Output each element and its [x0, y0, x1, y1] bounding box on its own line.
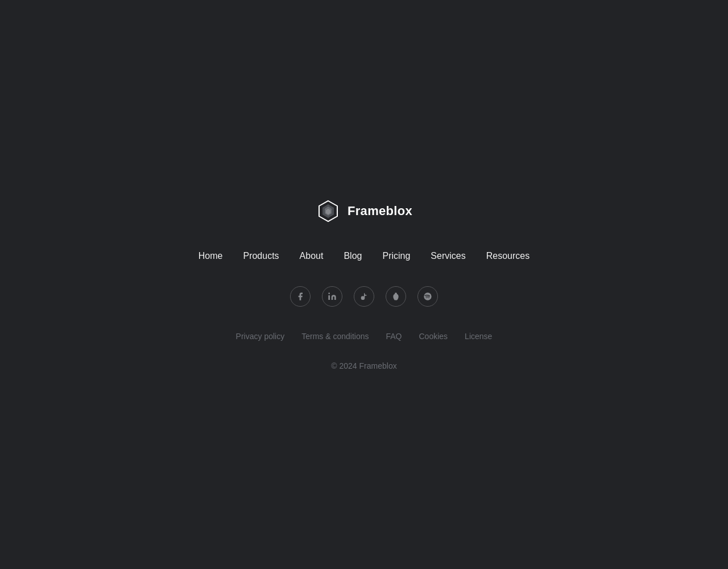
nav-link-about[interactable]: About — [300, 251, 324, 261]
legal-link-terms-conditions[interactable]: Terms & conditions — [301, 332, 369, 341]
legal-link-cookies[interactable]: Cookies — [419, 332, 448, 341]
spotify-icon[interactable] — [417, 286, 438, 307]
facebook-icon[interactable] — [290, 286, 311, 307]
copyright-text: © 2024 Frameblox — [331, 361, 396, 370]
nav-link-services[interactable]: Services — [431, 251, 465, 261]
nav-link-pricing[interactable]: Pricing — [382, 251, 410, 261]
tiktok-icon[interactable] — [354, 286, 374, 307]
social-icons — [290, 286, 438, 307]
logo-icon — [316, 199, 341, 224]
apple-icon[interactable] — [386, 286, 406, 307]
nav-link-resources[interactable]: Resources — [486, 251, 530, 261]
nav-link-home[interactable]: Home — [198, 251, 223, 261]
footer: Frameblox HomeProductsAboutBlogPricingSe… — [198, 199, 530, 370]
legal-links: Privacy policyTerms & conditionsFAQCooki… — [236, 332, 493, 341]
legal-link-faq[interactable]: FAQ — [386, 332, 402, 341]
logo-section: Frameblox — [316, 199, 412, 224]
nav-link-products[interactable]: Products — [243, 251, 279, 261]
nav-link-blog[interactable]: Blog — [344, 251, 362, 261]
legal-link-privacy-policy[interactable]: Privacy policy — [236, 332, 285, 341]
svg-point-5 — [328, 292, 330, 294]
logo-text: Frameblox — [348, 204, 412, 218]
nav-links: HomeProductsAboutBlogPricingServicesReso… — [198, 251, 530, 261]
legal-link-license[interactable]: License — [465, 332, 492, 341]
svg-rect-4 — [328, 295, 330, 300]
linkedin-icon[interactable] — [322, 286, 342, 307]
